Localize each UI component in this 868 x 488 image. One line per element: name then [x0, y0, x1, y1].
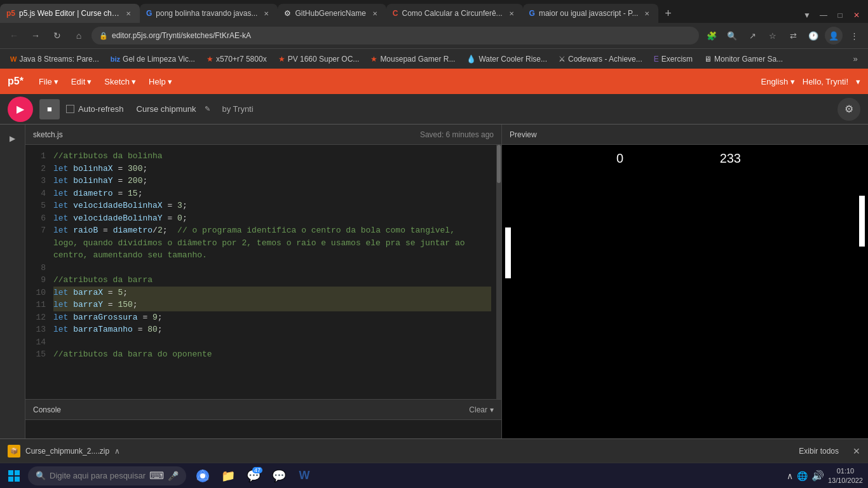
auto-refresh-checkbox[interactable] — [66, 105, 74, 113]
download-chevron-icon[interactable]: ∧ — [114, 447, 120, 456]
saved-info: Saved: 6 minutes ago — [420, 130, 494, 139]
play-button[interactable]: ▶ — [8, 97, 33, 122]
close-download-bar-button[interactable]: ✕ — [853, 446, 860, 456]
download-actions: ∧ — [114, 447, 120, 456]
code-line-11: let barraY = 150; — [53, 299, 491, 311]
tab-5[interactable]: G maior ou igual javascript - P... ✕ — [523, 4, 659, 23]
code-editor[interactable]: 1 2 3 4 5 6 7 . . 8 9 10 11 12 1 — [25, 145, 501, 399]
taskbar-chat-icon[interactable]: 💬 — [268, 463, 290, 489]
menu-edit[interactable]: Edit ▾ — [66, 74, 97, 89]
tray-expand-icon[interactable]: ∧ — [787, 471, 793, 481]
code-content[interactable]: //atributos da bolinha let bolinhaX = 30… — [48, 145, 496, 399]
taskbar-folder-icon[interactable]: 📁 — [217, 463, 240, 489]
language-selector[interactable]: English ▾ — [761, 77, 794, 86]
scrollbar[interactable] — [496, 145, 501, 399]
file-panel: ▶ — [0, 125, 25, 463]
lang-label: English — [761, 77, 788, 86]
back-button[interactable]: ← — [5, 27, 23, 44]
bookmark-codewars-icon: ⚔ — [559, 55, 566, 64]
show-all-downloads-button[interactable]: Exibir todos — [799, 447, 839, 456]
taskbar-search-text: Digite aqui para pesquisar — [50, 471, 146, 480]
code-line-8 — [53, 262, 491, 274]
tray-volume-icon[interactable]: 🔊 — [811, 470, 824, 482]
bookmark-gel[interactable]: biz Gel de Limpeza Vic... — [105, 53, 200, 65]
tab-3[interactable]: ⚙ GitHubGenericName ✕ — [278, 4, 386, 23]
url-bar[interactable]: 🔒 editor.p5js.org/Trynti/sketches/FtKrAE… — [92, 27, 699, 44]
scrollbar-thumb[interactable] — [497, 145, 501, 183]
bookmark-x570[interactable]: ★ x570+r7 5800x — [201, 53, 272, 65]
share-icon[interactable]: ↗ — [743, 27, 761, 44]
bookmark-java[interactable]: W Java 8 Streams: Pare... — [5, 53, 104, 65]
start-button[interactable] — [0, 463, 28, 489]
stop-button[interactable]: ■ — [39, 99, 60, 119]
toggle-file-panel-button[interactable]: ▶ — [4, 130, 22, 147]
taskbar-search[interactable]: 🔍 Digite aqui para pesquisar ⌨ 🎤 — [28, 466, 186, 485]
user-greeting[interactable]: Hello, Trynti! — [803, 77, 848, 86]
preview-canvas: 0 233 — [502, 145, 868, 463]
menu-icon[interactable]: ⋮ — [845, 27, 863, 44]
close-window-button[interactable]: ✕ — [849, 8, 864, 23]
tab-1[interactable]: p5 p5.js Web Editor | Curse chip... ✕ — [0, 4, 140, 23]
profile-icon[interactable]: 👤 — [825, 27, 843, 44]
tab-3-close[interactable]: ✕ — [370, 8, 380, 18]
bookmark-pv1660[interactable]: ★ PV 1660 Super OC... — [273, 53, 365, 65]
tray-network-icon[interactable]: 🌐 — [797, 471, 808, 481]
bookmark-codewars[interactable]: ⚔ Codewars - Achieve... — [553, 53, 648, 65]
bookmark-watercooler[interactable]: 💧 Water Cooler Rise... — [461, 53, 552, 65]
tab-4[interactable]: C Como Calcular a Circunferê... ✕ — [386, 4, 523, 23]
settings-button[interactable]: ⚙ — [837, 98, 860, 121]
lang-chevron: ▾ — [790, 77, 795, 86]
tab-2[interactable]: G pong bolinha travando javas... ✕ — [140, 4, 278, 23]
taskbar: 🔍 Digite aqui para pesquisar ⌨ 🎤 📁 💬 47 … — [0, 463, 868, 488]
console-title: Console — [33, 405, 61, 414]
tab-2-close[interactable]: ✕ — [261, 8, 271, 18]
svg-rect-0 — [8, 470, 13, 475]
bookmarks-more-button[interactable]: » — [848, 51, 863, 67]
bookmark-monitor-label: Monitor Gamer Sa... — [714, 55, 783, 64]
score-right: 233 — [720, 151, 741, 166]
taskbar-whatsapp-badge-icon[interactable]: 💬 47 — [242, 463, 265, 489]
forward-button[interactable]: → — [27, 27, 44, 44]
taskbar-word-icon[interactable]: W — [293, 463, 316, 489]
extensions-icon[interactable]: 🧩 — [703, 27, 721, 44]
minimize-button[interactable]: — — [816, 8, 831, 23]
edit-sketch-name-icon[interactable]: ✎ — [205, 105, 210, 113]
paddle-left — [505, 227, 511, 278]
history-icon[interactable]: 🕐 — [804, 27, 822, 44]
bookmark-mousepad-label: Mousepad Gamer R... — [380, 55, 455, 64]
file-tab[interactable]: sketch.js — [33, 130, 63, 139]
refresh-button[interactable]: ↻ — [48, 27, 66, 44]
code-line-3: let bolinhaY = 200; — [53, 175, 491, 187]
bookmark-watercooler-label: Water Cooler Rise... — [478, 55, 547, 64]
menu-sketch[interactable]: Sketch ▾ — [99, 74, 141, 89]
bookmark-icon[interactable]: ☆ — [764, 27, 782, 44]
code-line-7: let raioB = diametro/2; // o programa id… — [53, 224, 491, 237]
tab-5-close[interactable]: ✕ — [642, 8, 652, 18]
p5-logo: p5* — [8, 76, 24, 87]
menu-edit-label: Edit — [71, 77, 85, 86]
download-filename: Curse_chipmunk_2....zip — [25, 447, 109, 456]
keyboard-icon: ⌨ — [149, 470, 164, 482]
download-bar: 📦 Curse_chipmunk_2....zip ∧ Exibir todos… — [0, 438, 868, 463]
taskbar-chrome-icon[interactable] — [191, 463, 214, 489]
menu-file[interactable]: File ▾ — [34, 74, 64, 89]
sync-icon[interactable]: ⇄ — [784, 27, 802, 44]
tab-4-close[interactable]: ✕ — [506, 8, 517, 18]
clear-console-button[interactable]: Clear ▾ — [469, 405, 494, 414]
tab-down-button[interactable]: ▼ — [799, 8, 815, 23]
system-clock[interactable]: 01:10 13/10/2022 — [828, 466, 863, 485]
preview-title: Preview — [510, 130, 537, 139]
tab-1-close[interactable]: ✕ — [123, 8, 133, 18]
menu-help[interactable]: Help ▾ — [144, 74, 177, 89]
maximize-button[interactable]: □ — [832, 8, 848, 23]
menu-sketch-label: Sketch — [104, 77, 130, 86]
bookmark-mousepad[interactable]: ★ Mousepad Gamer R... — [365, 53, 460, 65]
bookmark-codewars-label: Codewars - Achieve... — [568, 55, 642, 64]
home-button[interactable]: ⌂ — [70, 27, 88, 44]
new-tab-button[interactable]: + — [658, 4, 677, 23]
search-icon[interactable]: 🔍 — [723, 27, 741, 44]
bookmark-monitor-icon: 🖥 — [704, 55, 712, 64]
tab-bar: p5 p5.js Web Editor | Curse chip... ✕ G … — [0, 0, 868, 23]
bookmark-monitor[interactable]: 🖥 Monitor Gamer Sa... — [699, 53, 788, 65]
bookmark-exercism[interactable]: E Exercism — [649, 53, 698, 65]
